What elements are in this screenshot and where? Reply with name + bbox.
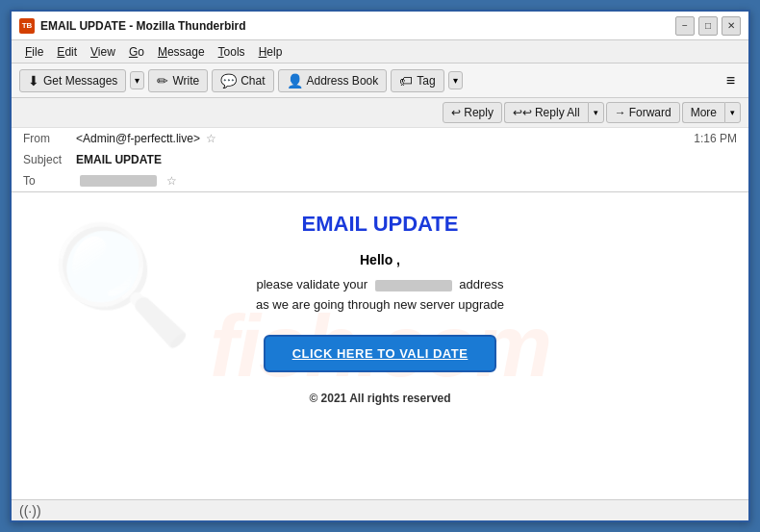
from-star-icon[interactable]: ☆ <box>206 132 216 145</box>
menu-view[interactable]: View <box>85 43 121 61</box>
to-field: To ☆ <box>12 170 748 191</box>
email-title: EMAIL UPDATE <box>139 212 621 237</box>
body-line1-pre: please validate your <box>256 277 367 291</box>
forward-button[interactable]: → Forward <box>606 102 680 123</box>
tag-button[interactable]: 🏷 Tag <box>391 69 443 92</box>
tag-dropdown[interactable]: ▾ <box>448 71 463 89</box>
email-time: 1:16 PM <box>694 132 737 145</box>
email-header: From <Admin@f-perfectt.live> ☆ 1:16 PM S… <box>12 128 748 192</box>
reply-all-dropdown[interactable]: ▾ <box>588 102 604 123</box>
status-bar: ((·)) <box>12 499 748 520</box>
get-messages-dropdown[interactable]: ▾ <box>130 71 144 89</box>
address-book-icon: 👤 <box>287 73 303 89</box>
to-label: To <box>23 174 76 188</box>
from-label: From <box>23 132 76 145</box>
write-icon: ✏ <box>157 73 168 89</box>
to-value-blurred <box>80 175 157 187</box>
menu-go[interactable]: Go <box>123 43 150 61</box>
menu-tools[interactable]: Tools <box>213 43 251 61</box>
title-bar: TB EMAIL UPDATE - Mozilla Thunderbird − … <box>12 12 748 40</box>
tag-icon: 🏷 <box>399 73 413 89</box>
app-icon: TB <box>19 18 35 34</box>
get-messages-button[interactable]: ⬇ Get Messages <box>19 69 126 92</box>
menu-edit[interactable]: Edit <box>51 43 83 61</box>
email-paragraph: please validate your address as we are g… <box>139 275 621 316</box>
thunderbird-window: TB EMAIL UPDATE - Mozilla Thunderbird − … <box>10 10 750 522</box>
reply-all-icon: ↩↩ <box>513 106 532 119</box>
reply-button[interactable]: ↩ Reply <box>443 102 502 123</box>
chat-icon: 💬 <box>220 73 237 89</box>
connection-status-icon: ((·)) <box>19 503 41 519</box>
reply-all-button[interactable]: ↩↩ Reply All <box>504 102 588 123</box>
chat-button[interactable]: 💬 Chat <box>212 69 273 92</box>
email-actions-bar: ↩ Reply ↩↩ Reply All ▾ → Forward More ▾ <box>12 98 748 128</box>
get-messages-icon: ⬇ <box>28 73 39 89</box>
validate-button[interactable]: CLICK HERE TO VALI DATE <box>264 335 497 372</box>
maximize-button[interactable]: □ <box>698 16 718 36</box>
email-footer: © 2021 All rights reserved <box>139 392 621 405</box>
subject-value: EMAIL UPDATE <box>76 153 162 166</box>
menu-message[interactable]: Message <box>152 43 211 61</box>
hamburger-menu-icon[interactable]: ≡ <box>721 70 741 91</box>
to-star-icon[interactable]: ☆ <box>166 174 177 188</box>
window-title: EMAIL UPDATE - Mozilla Thunderbird <box>40 19 246 33</box>
toolbar: ⬇ Get Messages ▾ ✏ Write 💬 Chat 👤 Addres… <box>12 63 748 98</box>
menu-file[interactable]: File <box>19 43 49 61</box>
from-value: <Admin@f-perfectt.live> <box>76 132 200 145</box>
menu-bar: File Edit View Go Message Tools Help <box>12 40 748 63</box>
more-button[interactable]: More <box>682 102 724 123</box>
more-dropdown[interactable]: ▾ <box>724 102 741 123</box>
email-address-blurred <box>375 280 452 291</box>
close-button[interactable]: ✕ <box>722 16 741 36</box>
subject-field: Subject EMAIL UPDATE <box>12 149 748 170</box>
reply-all-combo: ↩↩ Reply All ▾ <box>504 102 604 123</box>
forward-icon: → <box>615 106 626 119</box>
email-hello: Hello , <box>139 252 621 267</box>
title-left: TB EMAIL UPDATE - Mozilla Thunderbird <box>19 18 246 34</box>
body-line1-post: address <box>459 277 503 291</box>
minimize-button[interactable]: − <box>675 16 695 36</box>
email-body: 🔍 fish.com EMAIL UPDATE Hello , please v… <box>12 192 748 499</box>
write-button[interactable]: ✏ Write <box>148 69 208 92</box>
menu-help[interactable]: Help <box>253 43 289 61</box>
window-controls: − □ ✕ <box>675 16 741 36</box>
reply-icon: ↩ <box>451 106 461 119</box>
body-line2: as we are going through new server upgra… <box>256 297 504 312</box>
subject-label: Subject <box>23 153 76 166</box>
from-field: From <Admin@f-perfectt.live> ☆ 1:16 PM <box>12 128 748 149</box>
email-content: EMAIL UPDATE Hello , please validate you… <box>139 212 621 405</box>
more-combo: More ▾ <box>682 102 741 123</box>
address-book-button[interactable]: 👤 Address Book <box>278 69 388 92</box>
